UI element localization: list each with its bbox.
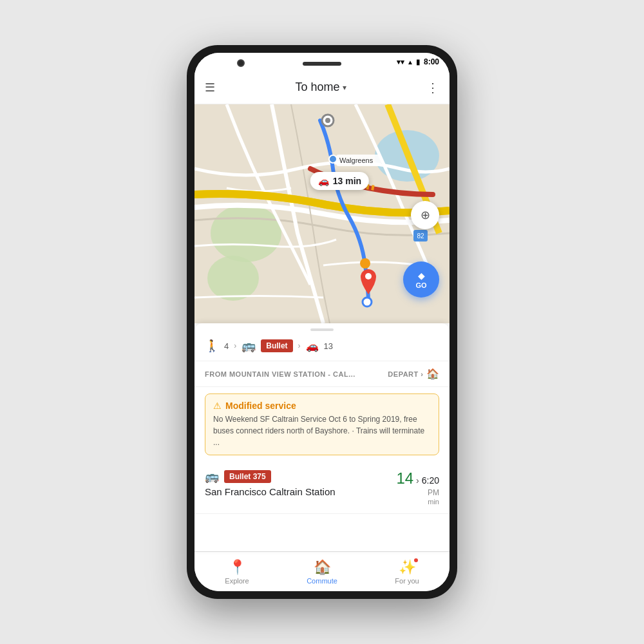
hamburger-icon[interactable]: ☰: [205, 80, 215, 95]
signal-icon: ▲: [407, 59, 413, 66]
svg-point-11: [360, 258, 370, 269]
timing-values: 14 › 6:20 PM: [396, 469, 439, 498]
go-direction-icon: ◆: [418, 270, 425, 281]
svg-point-4: [329, 155, 337, 163]
train-minutes-value: 14: [396, 469, 413, 488]
train-time-block: 6:20 PM: [422, 475, 439, 498]
alert-card[interactable]: ⚠ Modified service No Weekend SF Caltrai…: [205, 393, 439, 455]
warning-icon: ⚠: [213, 401, 222, 411]
dropdown-arrow-icon[interactable]: ▾: [343, 83, 346, 92]
app-bar: ☰ To home ▾ ⋮: [194, 71, 450, 104]
status-time: 8:00: [424, 57, 439, 66]
route-arrow-2: ›: [298, 341, 301, 350]
svg-text:Walgreens: Walgreens: [339, 156, 374, 164]
explore-icon: 📍: [229, 559, 246, 576]
svg-point-1: [211, 204, 281, 262]
more-options-icon[interactable]: ⋮: [426, 80, 439, 95]
walk-icon: 🚶: [205, 339, 219, 353]
location-crosshair-icon: ⊕: [421, 208, 430, 222]
svg-point-9: [365, 273, 372, 279]
train-time-value: 6:20: [422, 475, 439, 486]
route-summary: 🚶 4 › 🚌 Bullet › 🚗 13: [194, 331, 450, 361]
bullet375-badge: Bullet 375: [224, 470, 271, 483]
wifi-icon: ▾▾: [397, 58, 404, 66]
train-icon-sm: 🚌: [205, 469, 219, 484]
commute-icon: 🏠: [314, 559, 331, 576]
svg-text:82: 82: [417, 232, 424, 240]
for-you-badge-container: ✨: [399, 559, 416, 576]
commute-label: Commute: [307, 577, 337, 585]
svg-point-8: [325, 118, 330, 123]
train-icon: 🚌: [242, 339, 256, 353]
time-estimate-text: 13 min: [333, 176, 361, 186]
train-timing-block: 14 › 6:20 PM min: [388, 469, 439, 506]
battery-icon: ▮: [416, 58, 420, 66]
alert-header: ⚠ Modified service: [213, 401, 431, 411]
from-station-text: FROM MOUNTAIN VIEW STATION - CAL...: [205, 370, 355, 378]
alert-title: Modified service: [225, 401, 296, 411]
bullet-badge: Bullet: [261, 339, 292, 352]
nav-explore[interactable]: 📍 Explore: [194, 554, 279, 590]
train-period: PM: [428, 488, 439, 497]
phone-device: ▾▾ ▲ ▮ 8:00 ☰ To home ▾ ⋮: [187, 45, 457, 599]
car-icon-route: 🚗: [306, 340, 319, 352]
train-card-header: 🚌 Bullet 375: [205, 469, 388, 484]
nav-commute[interactable]: 🏠 Commute: [279, 554, 365, 590]
go-button[interactable]: ◆ GO: [403, 261, 439, 298]
home-icon: 🏠: [426, 368, 440, 380]
phone-speaker: [303, 62, 341, 66]
app-bar-title: To home ▾: [295, 80, 346, 94]
walk-minutes: 4: [224, 341, 229, 351]
bottom-nav: 📍 Explore 🏠 Commute ✨ For you: [194, 551, 450, 591]
train-result-card[interactable]: 🚌 Bullet 375 San Francisco Caltrain Stat…: [194, 462, 450, 514]
alert-text: No Weekend SF Caltrain Service Oct 6 to …: [213, 413, 431, 448]
car-icon: 🚗: [318, 176, 329, 186]
from-station-row: FROM MOUNTAIN VIEW STATION - CAL... DEPA…: [194, 361, 450, 387]
bottom-sheet: 🚶 4 › 🚌 Bullet › 🚗 13 FROM MOUNTAIN VIEW…: [194, 323, 450, 551]
explore-label: Explore: [225, 577, 249, 585]
nav-for-you[interactable]: ✨ For you: [365, 554, 450, 590]
train-destination: San Francisco Caltrain Station: [205, 486, 388, 497]
min-label: min: [396, 498, 439, 506]
depart-text: DEPART ›: [388, 370, 423, 378]
destination-title: To home: [295, 80, 339, 94]
status-icons: ▾▾ ▲ ▮ 8:00: [397, 57, 439, 66]
train-info-left: 🚌 Bullet 375 San Francisco Caltrain Stat…: [205, 469, 388, 497]
car-minutes: 13: [324, 341, 333, 351]
phone-screen: ▾▾ ▲ ▮ 8:00 ☰ To home ▾ ⋮: [194, 53, 450, 591]
for-you-label: For you: [395, 577, 419, 585]
train-card-body: 🚌 Bullet 375 San Francisco Caltrain Stat…: [205, 469, 439, 506]
phone-camera: [237, 59, 245, 67]
route-arrow-1: ›: [234, 341, 236, 350]
time-estimate-badge: 🚗 13 min: [310, 172, 369, 190]
go-label: GO: [415, 281, 426, 289]
depart-link[interactable]: DEPART › 🏠: [388, 368, 439, 380]
notification-dot: [413, 557, 419, 564]
svg-point-2: [207, 256, 259, 301]
svg-point-10: [363, 298, 372, 307]
map-area[interactable]: Walgreens 82 🚗 13 min: [194, 104, 450, 323]
timing-arrow: ›: [416, 475, 419, 486]
location-button[interactable]: ⊕: [411, 201, 439, 229]
